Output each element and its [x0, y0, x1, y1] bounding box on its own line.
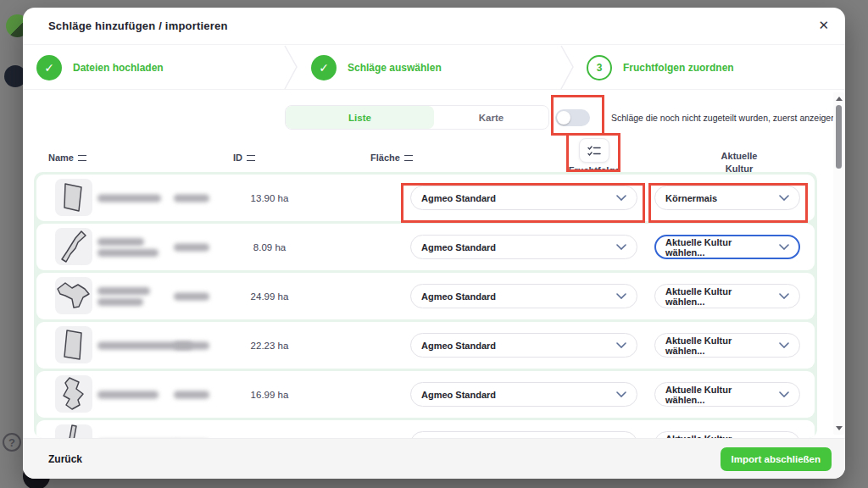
- step-upload-files[interactable]: ✓ Dateien hochladen: [36, 45, 164, 90]
- dropdown-value: Aktuelle Kultur wählen...: [665, 237, 772, 258]
- chevron-down-icon: [616, 293, 626, 299]
- field-area-value: [231, 420, 308, 438]
- redacted-field-id: [174, 387, 209, 402]
- dropdown-value: Agmeo Standard: [421, 242, 496, 252]
- bulk-assign-button[interactable]: [579, 138, 609, 163]
- redacted-field-name: [97, 387, 159, 402]
- sort-icon: [78, 155, 86, 161]
- column-header-name[interactable]: Name: [48, 152, 86, 163]
- sort-icon: [404, 155, 413, 161]
- scroll-down-arrow-icon[interactable]: [836, 426, 843, 430]
- help-icon: ?: [3, 433, 21, 452]
- fields-table: 13.90 haAgmeo StandardKörnermais8.09 haA…: [34, 172, 817, 438]
- redacted-field-name: [97, 436, 178, 438]
- chevron-down-icon: [779, 244, 789, 250]
- fruchtfolge-dropdown[interactable]: Agmeo Standard: [410, 284, 637, 308]
- chevron-down-icon: [616, 195, 626, 201]
- fruchtfolge-dropdown[interactable]: Agmeo Standard: [410, 186, 637, 210]
- close-icon[interactable]: ✕: [818, 19, 829, 31]
- fruchtfolge-dropdown[interactable]: Agmeo Standard: [410, 235, 637, 259]
- step-assign-rotations[interactable]: 3 Fruchtfolgen zuordnen: [587, 45, 734, 90]
- tab-liste[interactable]: Liste: [286, 106, 434, 129]
- table-row: 16.99 haAgmeo StandardAktuelle Kultur wä…: [36, 371, 815, 418]
- step-label: Schläge auswählen: [348, 62, 442, 74]
- chevron-down-icon: [779, 293, 789, 299]
- field-area-value: 16.99 ha: [231, 371, 308, 418]
- dropdown-value: Aktuelle Kultur wählen...: [665, 286, 772, 307]
- view-tabs: Liste Karte: [285, 105, 549, 130]
- redacted-field-id: [174, 436, 209, 438]
- field-area-value: 13.90 ha: [231, 175, 308, 221]
- tab-karte[interactable]: Karte: [434, 106, 548, 129]
- step-label: Dateien hochladen: [73, 62, 164, 74]
- redacted-field-id: [174, 191, 209, 205]
- field-shape-icon: [55, 326, 92, 363]
- field-shape-icon: [55, 424, 92, 438]
- modal-footer: Zurück Import abschließen: [23, 438, 845, 479]
- unassigned-first-toggle[interactable]: [555, 109, 590, 126]
- checklist-icon: [587, 145, 601, 157]
- modal-header: Schläge hinzufügen / importieren ✕: [23, 8, 845, 45]
- sort-icon: [247, 155, 255, 161]
- table-row: 8.09 haAgmeo StandardAktuelle Kultur wäh…: [36, 224, 815, 270]
- chevron-down-icon: [616, 244, 626, 250]
- table-row: Agmeo StandardAktuelle Kultur wählen...: [36, 420, 815, 438]
- step-number-badge: 3: [587, 55, 612, 80]
- redacted-field-id: [174, 289, 209, 303]
- dropdown-value: Agmeo Standard: [421, 291, 496, 302]
- scrollbar-thumb[interactable]: [836, 105, 842, 169]
- step-done-check-icon: ✓: [36, 55, 62, 80]
- field-area-value: 24.99 ha: [231, 273, 308, 319]
- kultur-dropdown[interactable]: Aktuelle Kultur wählen...: [654, 284, 800, 308]
- toggle-knob: [557, 111, 570, 125]
- table-row: 13.90 haAgmeo StandardKörnermais: [36, 175, 815, 221]
- kultur-dropdown[interactable]: Aktuelle Kultur wählen...: [654, 431, 800, 438]
- import-fields-modal: Schläge hinzufügen / importieren ✕ ✓ Dat…: [23, 8, 845, 479]
- dropdown-value: Agmeo Standard: [421, 390, 496, 400]
- step-done-check-icon: ✓: [311, 55, 337, 80]
- dropdown-value: Körnermais: [665, 193, 717, 203]
- modal-content: Liste Karte Schläge die noch nicht zuget…: [23, 90, 845, 438]
- column-header-id[interactable]: ID: [233, 152, 255, 163]
- chevron-down-icon: [779, 391, 789, 397]
- step-select-fields[interactable]: ✓ Schläge auswählen: [311, 45, 442, 90]
- modal-title: Schläge hinzufügen / importieren: [48, 19, 228, 32]
- redacted-field-name: [97, 284, 150, 309]
- kultur-dropdown[interactable]: Aktuelle Kultur wählen...: [654, 333, 800, 358]
- kultur-dropdown[interactable]: Körnermais: [654, 186, 800, 210]
- chevron-down-icon: [779, 195, 789, 201]
- field-shape-icon: [55, 277, 92, 314]
- chevron-down-icon: [616, 342, 626, 348]
- finish-import-button[interactable]: Import abschließen: [721, 447, 832, 471]
- chevron-down-icon: [779, 342, 789, 348]
- back-button[interactable]: Zurück: [48, 453, 82, 465]
- wizard-stepper: ✓ Dateien hochladen ✓ Schläge auswählen …: [23, 45, 845, 90]
- step-label: Fruchtfolgen zuordnen: [623, 62, 734, 74]
- column-header-label: Fläche: [370, 152, 400, 163]
- column-header-label: ID: [233, 152, 242, 163]
- column-header-label: Name: [48, 152, 74, 163]
- vertical-scrollbar[interactable]: [833, 92, 844, 435]
- column-header-area[interactable]: Fläche: [370, 152, 413, 163]
- kultur-dropdown[interactable]: Aktuelle Kultur wählen...: [654, 382, 800, 407]
- fruchtfolge-dropdown[interactable]: Agmeo Standard: [410, 431, 637, 438]
- toggle-label: Schläge die noch nicht zugeteilt wurden,…: [611, 113, 836, 123]
- chevron-down-icon: [616, 391, 626, 397]
- field-area-value: 22.23 ha: [231, 322, 308, 369]
- redacted-field-name: [97, 191, 161, 205]
- dropdown-value: Agmeo Standard: [421, 341, 496, 351]
- field-shape-icon: [55, 375, 92, 413]
- redacted-field-id: [174, 240, 209, 254]
- scroll-up-arrow-icon[interactable]: [836, 97, 843, 101]
- field-area-value: 8.09 ha: [231, 224, 308, 270]
- field-shape-icon: [55, 179, 92, 216]
- kultur-dropdown[interactable]: Aktuelle Kultur wählen...: [654, 235, 800, 259]
- fruchtfolge-dropdown[interactable]: Agmeo Standard: [410, 382, 637, 407]
- dropdown-value: Aktuelle Kultur wählen...: [665, 434, 772, 439]
- fruchtfolge-dropdown[interactable]: Agmeo Standard: [410, 333, 637, 358]
- table-row: 22.23 haAgmeo StandardAktuelle Kultur wä…: [36, 322, 815, 369]
- redacted-field-name: [97, 235, 159, 260]
- field-shape-icon: [55, 228, 92, 265]
- redacted-field-id: [174, 338, 209, 352]
- dropdown-value: Aktuelle Kultur wählen...: [665, 385, 772, 405]
